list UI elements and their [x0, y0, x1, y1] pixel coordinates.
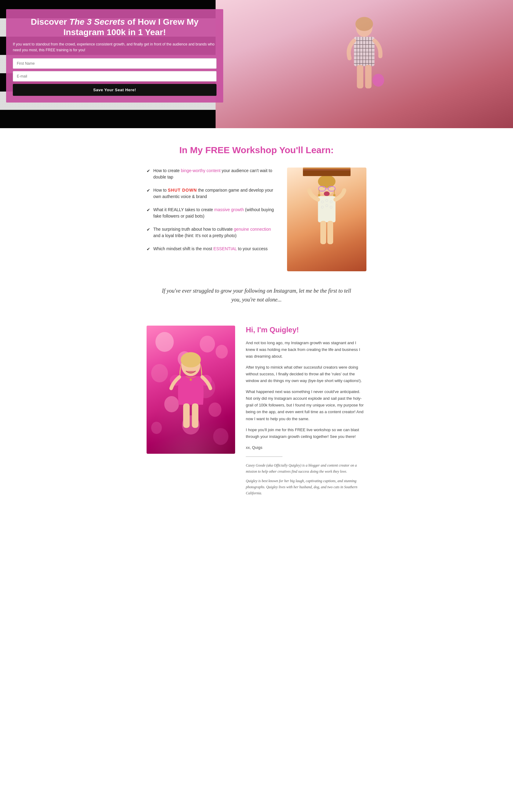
list-item-after: to your success	[237, 246, 268, 251]
svg-point-39	[333, 194, 335, 197]
about-bio-1: Casey Goode (aka Officially Quigley) is …	[246, 462, 367, 475]
list-item-before: Which mindset shift is the most	[153, 246, 213, 251]
hero-title: Discover The 3 Secrets of How I Grew My …	[13, 17, 216, 37]
svg-rect-40	[320, 221, 326, 244]
svg-point-1	[355, 17, 373, 31]
list-item-text: The surprising truth about how to cultiv…	[153, 226, 278, 239]
about-content: Hi, I'm Quigley! And not too long ago, m…	[246, 326, 367, 499]
list-item: ✔ What it REALLY takes to create massive…	[146, 207, 278, 220]
hero-subtitle: If you want to standout from the crowd, …	[13, 41, 216, 53]
checkmark-icon: ✔	[146, 246, 150, 252]
svg-point-46	[190, 378, 192, 380]
svg-point-37	[318, 194, 320, 197]
svg-point-28	[324, 191, 329, 196]
quigley-silhouette-icon	[158, 345, 224, 454]
checkmark-icon: ✔	[146, 207, 150, 213]
list-item-highlight: SHUT DOWN	[168, 188, 197, 193]
hero-section: Discover The 3 Secrets of How I Grew My …	[0, 0, 513, 128]
about-bio-2: Quigley is best known for her big laugh,…	[246, 478, 367, 496]
checkmark-icon: ✔	[146, 226, 150, 233]
workshop-section: In My FREE Workshop You'll Learn: ✔ How …	[137, 128, 376, 284]
list-item-highlight: massive growth	[214, 207, 244, 212]
hero-title-secrets: The 3 Secrets	[69, 17, 125, 27]
list-item: ✔ The surprising truth about how to cult…	[146, 226, 278, 239]
list-item-text: Which mindset shift is the most ESSENTIA…	[153, 245, 268, 252]
svg-point-24	[318, 175, 335, 188]
workshop-woman-photo	[287, 168, 367, 271]
list-item: ✔ How to SHUT DOWN the comparison game a…	[146, 187, 278, 200]
list-item-before: What it REALLY takes to create	[153, 207, 214, 212]
list-item-text: What it REALLY takes to create massive g…	[153, 207, 278, 220]
list-item: ✔ Which mindset shift is the most ESSENT…	[146, 245, 278, 252]
save-seat-button[interactable]: Save Your Seat Here!	[13, 84, 216, 96]
workshop-photo-placeholder	[287, 168, 367, 271]
about-section: Hi, I'm Quigley! And not too long ago, m…	[137, 319, 376, 518]
svg-rect-48	[192, 403, 198, 428]
list-item-text: How to create binge-worthy content your …	[153, 168, 278, 180]
email-input[interactable]	[13, 71, 216, 82]
about-paragraph-3: What happened next was something I never…	[246, 388, 367, 422]
list-item-before: How to	[153, 188, 168, 193]
hero-form-box: Discover The 3 Secrets of How I Grew My …	[6, 9, 223, 103]
checkmark-icon: ✔	[146, 168, 150, 174]
about-divider	[246, 457, 282, 457]
about-quigley-photo	[146, 326, 235, 454]
checkmark-icon: ✔	[146, 187, 150, 194]
hero-photo-placeholder	[216, 0, 513, 128]
about-sign-off: xx, Quigs	[246, 444, 367, 451]
workshop-title: In My FREE Workshop You'll Learn:	[146, 145, 367, 155]
list-item-after: and a loyal tribe (hint: It's not a pret…	[153, 233, 237, 238]
about-photo-placeholder	[146, 326, 235, 454]
list-item: ✔ How to create binge-worthy content you…	[146, 168, 278, 180]
list-item-before: The surprising truth about how to cultiv…	[153, 227, 234, 232]
list-item-highlight: ESSENTIAL	[213, 246, 237, 251]
svg-rect-29	[318, 196, 335, 223]
svg-rect-17	[365, 65, 372, 88]
svg-point-43	[181, 352, 201, 368]
first-name-input[interactable]	[13, 58, 216, 69]
woman-silhouette-icon	[245, 13, 483, 115]
list-item-before: How to create	[153, 168, 181, 173]
svg-rect-20	[316, 173, 338, 173]
quote-text: If you've ever struggled to grow your fo…	[162, 287, 351, 304]
list-item-highlight: binge-worthy content	[181, 168, 220, 173]
hero-title-discover: Discover	[31, 17, 69, 27]
workshop-content: ✔ How to create binge-worthy content you…	[146, 168, 367, 271]
list-item-highlight: genuine connection	[234, 227, 271, 232]
about-title: Hi, I'm Quigley!	[246, 326, 367, 334]
svg-point-18	[373, 74, 384, 87]
workshop-woman-icon	[291, 173, 362, 266]
about-paragraph-4: I hope you'll join me for this FREE live…	[246, 427, 367, 440]
svg-rect-16	[357, 65, 363, 88]
hero-form-container: Discover The 3 Secrets of How I Grew My …	[0, 0, 231, 128]
hero-woman-photo	[216, 0, 513, 128]
about-paragraph-2: After trying to mimick what other succes…	[246, 364, 367, 384]
workshop-list: ✔ How to create binge-worthy content you…	[146, 168, 278, 259]
svg-rect-41	[327, 221, 333, 244]
quote-section: If you've ever struggled to grow your fo…	[153, 287, 360, 304]
svg-rect-47	[183, 403, 190, 428]
svg-rect-19	[315, 173, 339, 176]
about-paragraph-1: And not too long ago, my Instagram growt…	[246, 340, 367, 360]
list-item-text: How to SHUT DOWN the comparison game and…	[153, 187, 278, 200]
